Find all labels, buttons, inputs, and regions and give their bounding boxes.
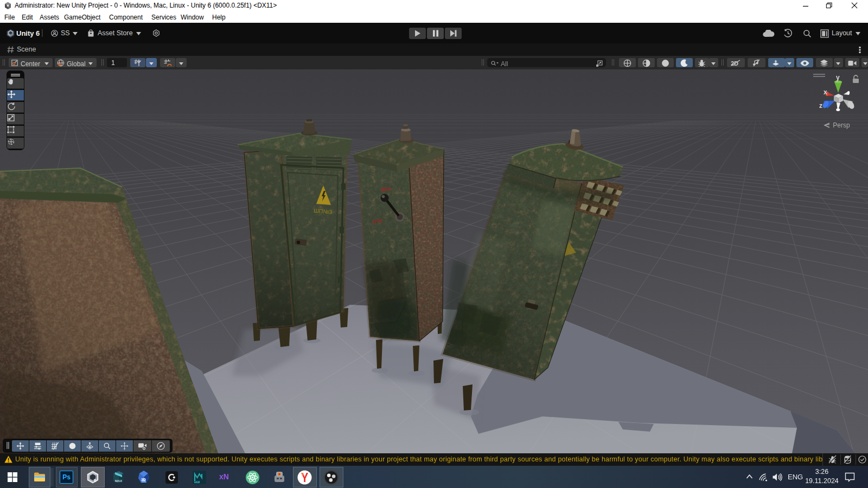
svg-text:6: 6 <box>94 478 97 483</box>
svg-text:ВКА: ВКА <box>381 186 392 192</box>
svg-text:ОТК: ОТК <box>372 218 382 224</box>
svg-text:MAX: MAX <box>115 479 122 483</box>
svg-text:x: x <box>824 88 827 96</box>
svg-text:MUD: MUD <box>195 481 200 483</box>
svg-text:y: y <box>836 74 840 81</box>
svg-text:z: z <box>819 102 822 110</box>
svg-text:3D: 3D <box>141 478 146 481</box>
svg-text:ШП№3: ШП№3 <box>314 207 333 215</box>
